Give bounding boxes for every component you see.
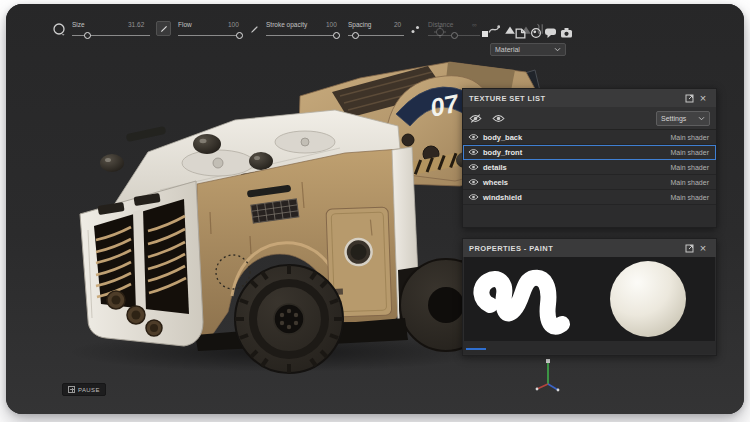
- texture-set-row[interactable]: details Main shader: [463, 160, 716, 175]
- visibility-eye-icon[interactable]: [468, 178, 479, 186]
- eye-icon[interactable]: [492, 114, 505, 123]
- settings-dropdown[interactable]: Settings: [656, 111, 710, 126]
- pause-icon: [68, 386, 75, 393]
- chevron-down-icon: [698, 116, 705, 121]
- spacing-label: Spacing: [348, 21, 372, 28]
- properties-footer: [463, 341, 716, 354]
- size-label: Size: [72, 21, 85, 28]
- app-window: 07: [6, 4, 744, 414]
- pencil-tip-icon[interactable]: [248, 23, 260, 35]
- material-dropdown[interactable]: Material: [490, 43, 566, 56]
- popout-icon[interactable]: [682, 241, 696, 255]
- distance-value: ∞: [472, 21, 477, 28]
- texture-set-filter-bar: Settings: [463, 107, 716, 130]
- note-icon[interactable]: [513, 26, 527, 40]
- size-value: 31.62: [128, 21, 144, 28]
- stroke-opacity-label: Stroke opacity: [266, 21, 307, 28]
- chevron-down-icon: [554, 47, 561, 52]
- camera-icon[interactable]: [559, 26, 573, 39]
- texture-set-row[interactable]: windshield Main shader: [463, 190, 716, 205]
- texture-set-list-panel: TEXTURE SET LIST × Settings body_back Ma…: [462, 88, 717, 228]
- visibility-eye-icon[interactable]: [468, 133, 479, 141]
- properties-title: PROPERTIES - PAINT: [469, 244, 682, 253]
- scroll-indicator[interactable]: [466, 348, 486, 350]
- size-slider[interactable]: [72, 35, 150, 36]
- brush-preview-area[interactable]: [464, 257, 715, 341]
- brush-tip-icon[interactable]: [156, 21, 171, 36]
- popout-icon[interactable]: [682, 91, 696, 105]
- bubble-icon[interactable]: [543, 26, 557, 39]
- pause-badge[interactable]: PAUSE: [62, 383, 106, 396]
- texture-set-row[interactable]: wheels Main shader: [463, 175, 716, 190]
- crosshair-icon[interactable]: [434, 26, 446, 38]
- stop-icon[interactable]: [479, 28, 491, 40]
- texture-set-list-title: TEXTURE SET LIST: [469, 94, 682, 103]
- settings-dropdown-value: Settings: [661, 115, 698, 122]
- flow-slider[interactable]: [178, 35, 242, 36]
- sphere-icon[interactable]: [529, 26, 542, 39]
- texture-set-row-selected[interactable]: body_front Main shader: [463, 145, 716, 160]
- stroke-dots-icon[interactable]: [410, 24, 421, 35]
- spacing-slider[interactable]: [348, 35, 404, 36]
- close-icon[interactable]: ×: [696, 91, 710, 105]
- brush-stroke-preview: [470, 257, 600, 341]
- visibility-eye-icon[interactable]: [468, 193, 479, 201]
- eye-all-icon[interactable]: [469, 114, 482, 123]
- properties-paint-panel: PROPERTIES - PAINT ×: [462, 238, 717, 356]
- properties-header: PROPERTIES - PAINT ×: [463, 239, 716, 257]
- pause-label: PAUSE: [78, 387, 100, 393]
- spacing-value: 20: [394, 21, 401, 28]
- texture-set-list-header: TEXTURE SET LIST ×: [463, 89, 716, 107]
- flow-label: Flow: [178, 21, 192, 28]
- material-sphere-preview: [610, 261, 686, 337]
- material-dropdown-value: Material: [495, 46, 554, 53]
- flow-value: 100: [228, 21, 239, 28]
- texture-set-row[interactable]: body_back Main shader: [463, 130, 716, 145]
- stroke-opacity-value: 100: [326, 21, 337, 28]
- brush-tool-icon[interactable]: [52, 22, 68, 38]
- visibility-eye-icon[interactable]: [468, 163, 479, 171]
- visibility-eye-icon[interactable]: [468, 148, 479, 156]
- stroke-opacity-slider[interactable]: [266, 35, 340, 36]
- close-icon[interactable]: ×: [696, 241, 710, 255]
